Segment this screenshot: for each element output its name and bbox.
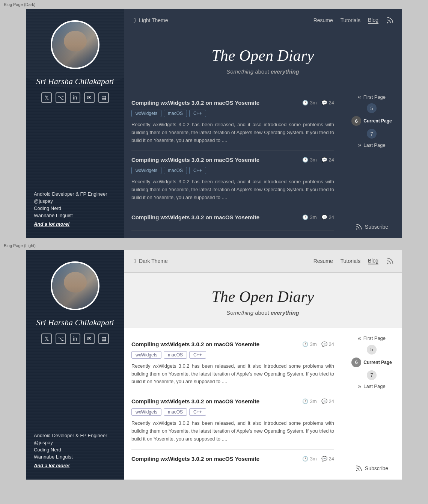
- subtitle-everything-dark: everything: [271, 68, 299, 75]
- nav-links-light: Resume Tutorials Blog: [313, 257, 394, 265]
- nav-blog-dark[interactable]: Blog: [368, 17, 378, 24]
- comments-meta-0: 💬 24: [321, 100, 334, 106]
- post-title-0[interactable]: Compiling wxWidgets 3.0.2 on macOS Yosem…: [131, 341, 259, 347]
- post-title-2[interactable]: Compiling wxWidgets 3.0.2 on macOS Yosem…: [131, 456, 259, 462]
- time-value-1: 3m: [310, 398, 316, 404]
- comments-meta-1: 💬 24: [321, 398, 334, 404]
- comments-value-1: 24: [329, 398, 334, 404]
- more-link-light[interactable]: more!: [56, 463, 69, 468]
- nav-resume-dark[interactable]: Resume: [313, 17, 333, 23]
- more-link-dark[interactable]: more!: [56, 221, 69, 227]
- posts-area-dark: Compiling wxWidgets 3.0.2 on macOS Yosem…: [124, 86, 402, 238]
- clock-icon-1: 🕐: [302, 398, 308, 404]
- tag[interactable]: C++: [189, 110, 206, 117]
- linkedin-icon-light[interactable]: in: [70, 333, 80, 344]
- tag[interactable]: wxWidgets: [131, 167, 161, 174]
- post-tags-0: wxWidgetsmacOSC++: [131, 110, 334, 117]
- subscribe-button[interactable]: Subscribe: [355, 465, 388, 472]
- first-page-link[interactable]: «First Page: [358, 94, 386, 100]
- sidebar-bio-light: Android Developer & FP Engineer @juspay …: [34, 433, 116, 468]
- post-title-1[interactable]: Compiling wxWidgets 3.0.2 on macOS Yosem…: [131, 157, 259, 163]
- clock-icon-0: 🕐: [302, 341, 308, 347]
- sidebar-dark: Sri Harsha Chilakapati 𝕏 ⌥ in ✉ ▤ Androi…: [26, 9, 124, 238]
- bio-line-1-dark: Android Developer & FP Engineer: [34, 191, 116, 197]
- post-meta-1: 🕐 3m 💬 24: [302, 157, 334, 163]
- current-page-label: Current Page: [363, 360, 392, 365]
- post-tags-1: wxWidgetsmacOSC++: [131, 167, 334, 174]
- rss-icon-sidebar[interactable]: ▤: [98, 92, 109, 103]
- social-icons-dark: 𝕏 ⌥ in ✉ ▤: [41, 92, 109, 103]
- tag[interactable]: C++: [189, 167, 206, 174]
- time-value-0: 3m: [310, 100, 316, 106]
- page-num-5[interactable]: 5: [367, 345, 377, 355]
- post-title-2[interactable]: Compiling wxWidgets 3.0.2 on macOS Yosem…: [131, 214, 259, 220]
- email-icon[interactable]: ✉: [84, 92, 95, 103]
- tag[interactable]: C++: [189, 408, 206, 416]
- avatar-dark: [51, 20, 99, 69]
- time-meta-0: 🕐 3m: [302, 341, 316, 347]
- rss-icon-nav-dark[interactable]: [386, 16, 394, 24]
- linkedin-icon[interactable]: in: [70, 92, 80, 103]
- page-num-5[interactable]: 5: [367, 103, 377, 113]
- first-page-link[interactable]: «First Page: [358, 335, 386, 342]
- main-content-light: ☽ Dark Theme Resume Tutorials Blog The O…: [124, 250, 402, 480]
- github-icon-light[interactable]: ⌥: [56, 333, 66, 344]
- bio-line-1-light: Android Developer & FP Engineer: [34, 433, 116, 438]
- page-row-6: 6Current Page: [345, 358, 398, 367]
- svg-point-0: [387, 23, 388, 23]
- last-page-chevron: »: [358, 383, 361, 390]
- page-num-6[interactable]: 6: [351, 358, 361, 367]
- nav-links-dark: Resume Tutorials Blog: [313, 16, 394, 24]
- nav-resume-light[interactable]: Resume: [313, 258, 333, 264]
- twitter-icon[interactable]: 𝕏: [41, 92, 52, 103]
- page-num-6[interactable]: 6: [351, 116, 361, 126]
- rss-icon-nav-light[interactable]: [386, 257, 394, 265]
- social-icons-light: 𝕏 ⌥ in ✉ ▤: [41, 333, 109, 344]
- comments-value-2: 24: [329, 456, 334, 462]
- hero-dark: The Open Diary Something about everythin…: [124, 32, 402, 86]
- subscribe-button[interactable]: Subscribe: [355, 223, 388, 231]
- svg-point-3: [356, 470, 357, 471]
- nav-tutorials-light[interactable]: Tutorials: [341, 258, 360, 264]
- theme-toggle-dark[interactable]: ☽ Light Theme: [131, 17, 168, 24]
- post-title-0[interactable]: Compiling wxWidgets 3.0.2 on macOS Yosem…: [131, 100, 259, 106]
- clock-icon-1: 🕐: [302, 157, 308, 163]
- post-excerpt-0: Recently wxWidgets 3.0.2 has been releas…: [131, 121, 334, 144]
- tag[interactable]: C++: [189, 351, 206, 359]
- pagination-light: «First Page56Current Page7»Last Page Sub…: [342, 327, 402, 480]
- rss-icon-sidebar-light[interactable]: ▤: [98, 333, 109, 344]
- hero-title-light: The Open Diary: [131, 288, 394, 306]
- github-icon[interactable]: ⌥: [56, 92, 66, 103]
- current-page-label: Current Page: [363, 118, 392, 124]
- bio-line-4-light: Wannabe Linguist: [34, 454, 116, 460]
- time-meta-1: 🕐 3m: [302, 398, 316, 404]
- post-card-1: Compiling wxWidgets 3.0.2 on macOS Yosem…: [131, 392, 334, 449]
- tag[interactable]: wxWidgets: [131, 351, 161, 359]
- tag[interactable]: macOS: [164, 167, 187, 174]
- page-num-7[interactable]: 7: [367, 370, 377, 380]
- post-meta-1: 🕐 3m 💬 24: [302, 398, 334, 404]
- tag[interactable]: wxWidgets: [131, 110, 161, 117]
- tag[interactable]: macOS: [164, 351, 187, 359]
- post-title-1[interactable]: Compiling wxWidgets 3.0.2 on macOS Yosem…: [131, 398, 259, 404]
- comment-icon-0: 💬: [321, 341, 327, 347]
- nav-blog-light[interactable]: Blog: [368, 258, 378, 264]
- post-card-1: Compiling wxWidgets 3.0.2 on macOS Yosem…: [131, 151, 334, 208]
- last-page-link[interactable]: »Last Page: [358, 383, 385, 390]
- last-page-link[interactable]: »Last Page: [358, 142, 385, 148]
- comments-value-1: 24: [329, 157, 334, 163]
- post-meta-0: 🕐 3m 💬 24: [302, 100, 334, 106]
- subtitle-something-light: Something: [226, 309, 253, 316]
- bio-line-3-light: Coding Nerd: [34, 447, 116, 453]
- comments-value-2: 24: [329, 214, 334, 220]
- theme-toggle-light[interactable]: ☽ Dark Theme: [131, 258, 168, 265]
- tag[interactable]: macOS: [164, 110, 187, 117]
- comments-meta-2: 💬 24: [321, 456, 334, 462]
- page-num-7[interactable]: 7: [367, 129, 377, 139]
- tag[interactable]: macOS: [164, 408, 187, 416]
- clock-icon-2: 🕐: [302, 456, 308, 462]
- tag[interactable]: wxWidgets: [131, 408, 161, 416]
- email-icon-light[interactable]: ✉: [84, 333, 95, 344]
- twitter-icon-light[interactable]: 𝕏: [41, 333, 52, 344]
- nav-tutorials-dark[interactable]: Tutorials: [341, 17, 360, 23]
